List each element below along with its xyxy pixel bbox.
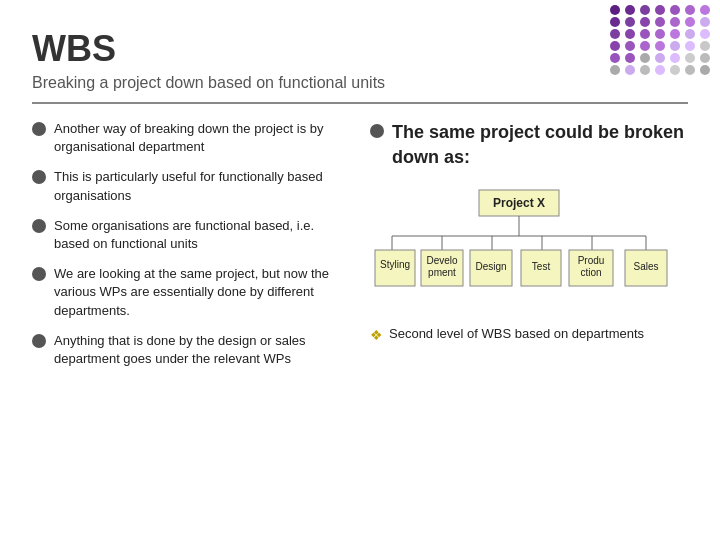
svg-point-23 (640, 41, 650, 51)
svg-text:Develo: Develo (426, 255, 458, 266)
svg-point-11 (670, 17, 680, 27)
svg-point-2 (640, 5, 650, 15)
wbs-svg: Project X Styling (370, 188, 688, 308)
svg-text:Test: Test (532, 261, 551, 272)
svg-point-20 (700, 29, 710, 39)
svg-text:pment: pment (428, 267, 456, 278)
bullet-icon (32, 122, 46, 136)
svg-point-27 (700, 41, 710, 51)
svg-point-9 (640, 17, 650, 27)
page-title: WBS (32, 28, 688, 70)
diamond-icon: ❖ (370, 327, 383, 343)
list-item: This is particularly useful for function… (32, 168, 350, 204)
bullet-icon (32, 219, 46, 233)
same-project-statement: The same project could be broken down as… (370, 120, 688, 170)
svg-point-32 (670, 53, 680, 63)
svg-point-34 (700, 53, 710, 63)
svg-point-30 (640, 53, 650, 63)
bullet-icon (370, 124, 384, 138)
bullet-icon (32, 170, 46, 184)
svg-point-37 (640, 65, 650, 75)
svg-point-17 (655, 29, 665, 39)
svg-point-38 (655, 65, 665, 75)
svg-text:ction: ction (580, 267, 601, 278)
svg-point-40 (685, 65, 695, 75)
svg-point-29 (625, 53, 635, 63)
left-column: Another way of breaking down the project… (32, 120, 350, 380)
svg-point-13 (700, 17, 710, 27)
page-subtitle: Breaking a project down based on functio… (32, 74, 688, 104)
main-content: Another way of breaking down the project… (32, 120, 688, 380)
svg-point-10 (655, 17, 665, 27)
svg-point-16 (640, 29, 650, 39)
list-item: Some organisations are functional based,… (32, 217, 350, 253)
svg-point-39 (670, 65, 680, 75)
svg-point-4 (670, 5, 680, 15)
right-column: The same project could be broken down as… (370, 120, 688, 380)
svg-text:Design: Design (475, 261, 506, 272)
svg-text:Sales: Sales (633, 261, 658, 272)
second-level-note: ❖ Second level of WBS based on departmen… (370, 326, 688, 343)
svg-point-14 (610, 29, 620, 39)
svg-point-1 (625, 5, 635, 15)
svg-point-24 (655, 41, 665, 51)
svg-point-0 (610, 5, 620, 15)
svg-point-35 (610, 65, 620, 75)
svg-text:Styling: Styling (380, 259, 410, 270)
same-project-label: The same project could be broken down as… (392, 120, 688, 170)
svg-point-3 (655, 5, 665, 15)
svg-text:Project X: Project X (493, 196, 545, 210)
svg-point-18 (670, 29, 680, 39)
svg-point-26 (685, 41, 695, 51)
svg-point-12 (685, 17, 695, 27)
svg-point-21 (610, 41, 620, 51)
dots-decoration (600, 0, 720, 80)
svg-point-6 (700, 5, 710, 15)
page: WBS Breaking a project down based on fun… (0, 0, 720, 540)
svg-point-36 (625, 65, 635, 75)
svg-text:Produ: Produ (578, 255, 605, 266)
svg-point-19 (685, 29, 695, 39)
bullet-list: Another way of breaking down the project… (32, 120, 350, 368)
wbs-diagram: Project X Styling (370, 188, 688, 343)
svg-point-25 (670, 41, 680, 51)
svg-point-7 (610, 17, 620, 27)
svg-point-41 (700, 65, 710, 75)
svg-point-31 (655, 53, 665, 63)
svg-point-15 (625, 29, 635, 39)
second-level-label: Second level of WBS based on departments (389, 326, 644, 341)
svg-point-5 (685, 5, 695, 15)
svg-point-22 (625, 41, 635, 51)
list-item: Anything that is done by the design or s… (32, 332, 350, 368)
bullet-icon (32, 334, 46, 348)
svg-point-33 (685, 53, 695, 63)
list-item: We are looking at the same project, but … (32, 265, 350, 320)
bullet-icon (32, 267, 46, 281)
svg-point-28 (610, 53, 620, 63)
list-item: Another way of breaking down the project… (32, 120, 350, 156)
svg-point-8 (625, 17, 635, 27)
